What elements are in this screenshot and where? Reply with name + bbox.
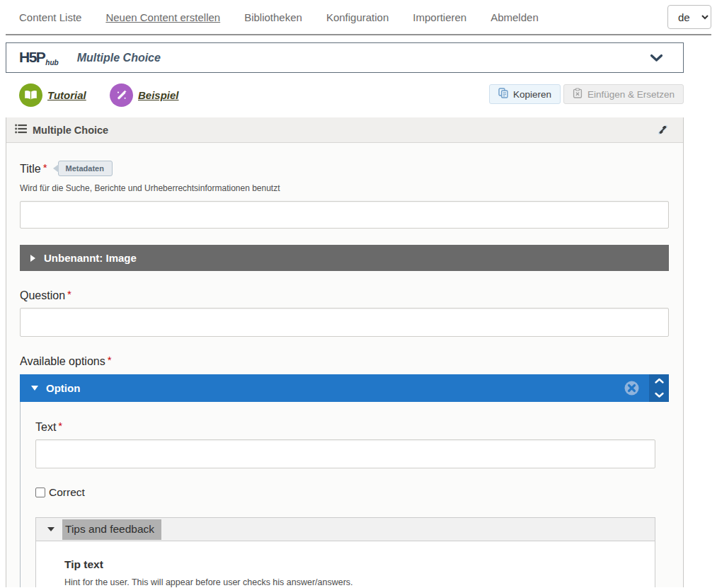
tips-feedback-body: Tip text Hint for the user. This will ap…	[36, 541, 655, 587]
option-group-body: Text* Correct Tips and feedback Tip text…	[20, 402, 669, 587]
editor-panel-header: Multiple Choice	[6, 117, 683, 143]
title-help-text: Wird für die Suche, Berichte und Urheber…	[20, 183, 669, 193]
required-marker: *	[43, 161, 47, 173]
copy-button-label: Kopieren	[513, 89, 551, 100]
chevron-down-icon[interactable]	[650, 54, 663, 62]
tips-feedback-label: Tips and feedback	[62, 519, 161, 540]
tip-text-help: Hint for the user. This will appear befo…	[64, 577, 655, 587]
h5p-logo: H5Phub	[19, 49, 59, 67]
paste-button-label: Einfügen & Ersetzen	[587, 89, 675, 100]
copy-icon	[498, 88, 508, 100]
image-group-label: Unbenannt: Image	[44, 252, 137, 264]
image-group-bar[interactable]: Unbenannt: Image	[20, 245, 669, 271]
clipboard-buttons: Kopieren Einfügen & Ersetzen	[489, 84, 684, 104]
fullscreen-expand-icon[interactable]	[657, 124, 669, 136]
book-icon	[19, 83, 42, 107]
option-text-row: Text*	[35, 420, 655, 434]
nav-divider	[6, 34, 711, 35]
example-link[interactable]: Beispiel	[110, 83, 179, 107]
nav-item-abmelden[interactable]: Abmelden	[491, 11, 539, 23]
language-select[interactable]: de	[667, 5, 711, 29]
option-text-label: Text*	[35, 421, 62, 433]
option-group-header[interactable]: Option	[20, 374, 669, 402]
correct-label: Correct	[49, 486, 85, 499]
option-group-title: Option	[46, 382, 80, 394]
nav-item-konfiguration[interactable]: Konfiguration	[326, 11, 389, 23]
magic-wand-icon	[110, 83, 133, 107]
options-section-label: Available options*	[20, 354, 669, 368]
correct-checkbox-row: Correct	[35, 486, 655, 499]
tip-text-label: Tip text	[64, 558, 655, 571]
option-group: Option Text*	[20, 374, 669, 587]
question-input[interactable]	[20, 308, 669, 337]
collapsed-triangle-icon	[30, 255, 35, 262]
required-marker: *	[108, 354, 112, 366]
move-down-icon[interactable]	[654, 392, 665, 398]
title-input[interactable]	[20, 201, 669, 229]
h5p-hub-selector[interactable]: H5Phub Multiple Choice	[6, 42, 684, 73]
tips-feedback-panel: Tips and feedback Tip text Hint for the …	[35, 517, 655, 587]
form-content: Title* Metadaten Wird für die Suche, Ber…	[6, 143, 683, 587]
editor-panel-title: Multiple Choice	[33, 125, 108, 136]
required-marker: *	[58, 420, 62, 432]
paste-replace-button[interactable]: Einfügen & Ersetzen	[563, 84, 684, 104]
copy-button[interactable]: Kopieren	[489, 84, 561, 104]
remove-option-icon[interactable]	[624, 380, 640, 396]
tutorial-link[interactable]: Tutorial	[19, 83, 86, 107]
question-label: Question*	[20, 289, 71, 301]
expanded-triangle-icon	[31, 386, 38, 391]
tutorial-label: Tutorial	[47, 89, 86, 101]
editor-panel: Multiple Choice Title* Metadaten Wird fü…	[6, 117, 684, 587]
selected-content-type: Multiple Choice	[77, 52, 161, 64]
nav-item-neuen-content-erstellen[interactable]: Neuen Content erstellen	[105, 11, 220, 23]
correct-checkbox[interactable]	[35, 488, 45, 497]
nav-item-bibliotheken[interactable]: Bibliotheken	[244, 11, 302, 23]
order-controls	[649, 374, 669, 402]
actions-row: Tutorial Beispiel Kopieren	[6, 80, 684, 110]
top-navigation: Content Liste Neuen Content erstellen Bi…	[0, 0, 717, 34]
nav-item-content-liste[interactable]: Content Liste	[19, 11, 81, 23]
tips-feedback-header[interactable]: Tips and feedback	[36, 518, 655, 541]
metadata-button[interactable]: Metadaten	[58, 161, 112, 176]
title-label: Title*	[20, 161, 47, 175]
paste-icon	[573, 88, 583, 100]
nav-item-importieren[interactable]: Importieren	[413, 11, 466, 23]
expanded-triangle-icon	[47, 527, 55, 531]
title-field-row: Title* Metadaten	[20, 161, 669, 176]
move-up-icon[interactable]	[654, 378, 665, 384]
option-text-input[interactable]	[35, 439, 655, 468]
available-options-label: Available options*	[20, 355, 112, 367]
list-icon	[15, 124, 27, 137]
example-label: Beispiel	[138, 89, 179, 101]
question-field-row: Question*	[20, 288, 669, 302]
required-marker: *	[67, 288, 71, 300]
